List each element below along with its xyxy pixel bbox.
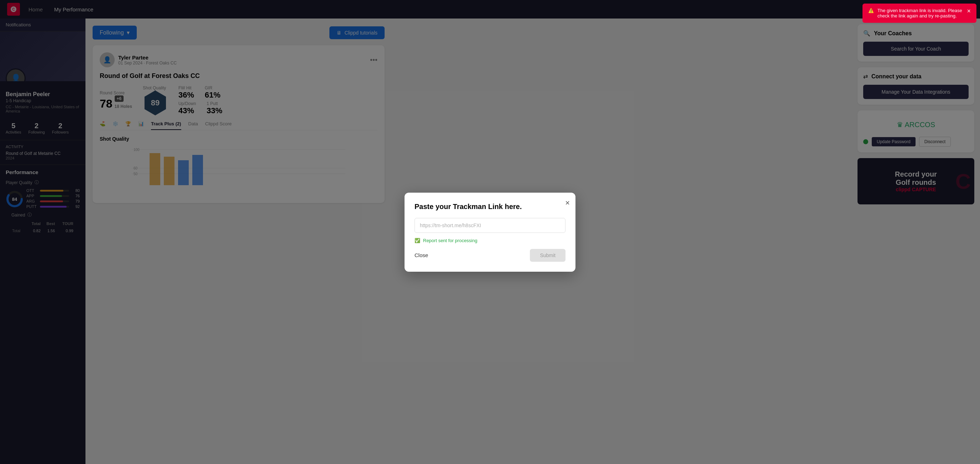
modal-actions: Close Submit bbox=[415, 249, 565, 262]
modal-title: Paste your Trackman Link here. bbox=[415, 203, 565, 211]
trackman-modal: Paste your Trackman Link here. × ✅ Repor… bbox=[404, 193, 576, 272]
toast-warning-icon: ⚠️ bbox=[868, 8, 874, 13]
modal-close-btn[interactable]: Close bbox=[415, 252, 428, 258]
modal-success-message: ✅ Report sent for processing bbox=[415, 238, 565, 243]
error-toast: ⚠️ The given trackman link is invalid. P… bbox=[862, 3, 977, 23]
toast-message: The given trackman link is invalid. Plea… bbox=[877, 8, 963, 19]
toast-close-btn[interactable]: × bbox=[967, 8, 971, 14]
success-text: Report sent for processing bbox=[423, 238, 477, 243]
trackman-link-input[interactable] bbox=[415, 218, 565, 233]
modal-overlay[interactable]: Paste your Trackman Link here. × ✅ Repor… bbox=[0, 0, 980, 464]
modal-close-x-btn[interactable]: × bbox=[565, 199, 570, 208]
success-check-icon: ✅ bbox=[415, 238, 420, 243]
modal-submit-btn[interactable]: Submit bbox=[530, 249, 565, 262]
